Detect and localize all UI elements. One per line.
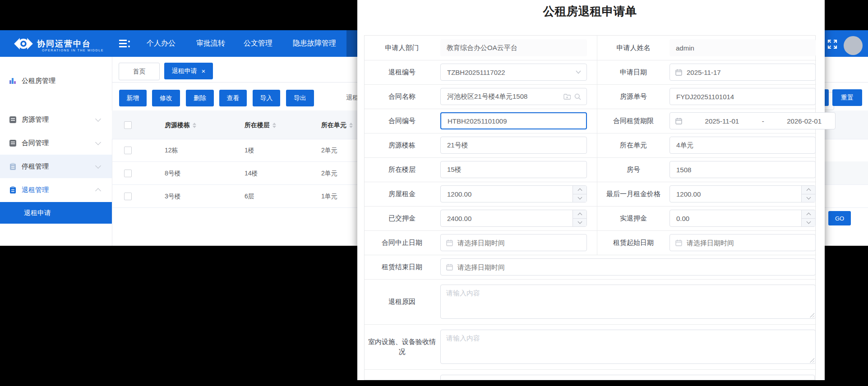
step-up-button[interactable] — [802, 186, 815, 194]
column-header-unit[interactable]: 所在单元 — [321, 121, 353, 129]
tab-termination-apply[interactable]: 退租申请 × — [164, 63, 213, 79]
sort-carets-icon[interactable] — [193, 123, 196, 128]
step-down-button[interactable] — [802, 219, 815, 227]
termination-reason-textarea-box[interactable] — [440, 285, 816, 319]
lease-end-date-input[interactable] — [457, 263, 810, 271]
lease-end-date-picker[interactable] — [440, 258, 816, 276]
floor-input-box[interactable] — [440, 161, 587, 178]
unit-input-box[interactable] — [669, 137, 816, 154]
clipboard-icon — [9, 163, 17, 170]
row-highlight-fragment — [825, 161, 868, 184]
building-input-box[interactable] — [440, 137, 587, 154]
close-icon[interactable]: × — [202, 67, 206, 75]
lease-term-range-picker[interactable]: 2025-11-01 - 2026-02-01 — [669, 112, 836, 129]
contract-stop-date-picker[interactable] — [440, 234, 587, 251]
chevron-down-icon — [95, 139, 101, 145]
housing-no-input-box[interactable] — [669, 88, 816, 105]
number-stepper[interactable] — [573, 186, 586, 202]
last-month-rent-input-box[interactable] — [669, 185, 816, 202]
chevron-down-icon — [576, 70, 581, 74]
clipped-next-row — [440, 375, 816, 380]
deposit-paid-input[interactable] — [446, 214, 568, 223]
rent-number-input-box[interactable] — [440, 185, 587, 202]
step-up-button[interactable] — [573, 210, 586, 219]
termination-no-select[interactable] — [440, 64, 587, 81]
sidebar-subitem-termination-apply[interactable]: 退租申请 — [0, 202, 112, 224]
nav-item-personal-office[interactable]: 个人办公 — [147, 30, 175, 57]
sidebar-item-public-rental[interactable]: 公租房管理 — [0, 69, 112, 92]
deposit-refund-input[interactable] — [675, 214, 797, 223]
folder-icon[interactable] — [563, 94, 571, 100]
step-up-button[interactable] — [573, 186, 586, 194]
search-icon[interactable] — [574, 93, 581, 100]
column-header-building[interactable]: 房源楼栋 — [165, 121, 196, 129]
facilities-acceptance-textarea[interactable] — [441, 330, 815, 363]
sidebar-item-contract-mgmt[interactable]: 合同管理 — [0, 131, 112, 155]
column-header-floor[interactable]: 所在楼层 — [245, 121, 276, 129]
sidebar: 公租房管理 房源管理 合同管理 停租管理 退租 — [0, 57, 112, 246]
contract-no-input[interactable] — [447, 117, 581, 125]
sidebar-item-termination-mgmt[interactable]: 退租管理 — [0, 178, 112, 202]
lease-start-date[interactable]: 2025-11-01 — [705, 117, 739, 125]
tab-home[interactable]: 首页 — [119, 63, 160, 80]
deposit-refund-input-box[interactable] — [669, 210, 816, 227]
row-checkbox[interactable] — [124, 147, 132, 154]
row-checkbox[interactable] — [124, 193, 132, 200]
apply-date-picker[interactable] — [669, 64, 816, 81]
last-month-rent-input[interactable] — [675, 190, 797, 198]
sidebar-item-stop-rent-mgmt[interactable]: 停租管理 — [0, 155, 112, 178]
export-button[interactable]: 导出 — [286, 90, 314, 106]
add-button[interactable]: 新增 — [119, 90, 147, 106]
number-stepper[interactable] — [573, 210, 586, 226]
nav-label: 公文管理 — [244, 39, 272, 48]
select-all-checkbox[interactable] — [124, 121, 132, 129]
apply-date-input[interactable] — [686, 68, 810, 77]
field-label-apply-date: 申请日期 — [597, 60, 670, 84]
view-button[interactable]: 查看 — [219, 90, 247, 106]
lease-start-date-input[interactable] — [686, 239, 810, 247]
edit-button[interactable]: 修改 — [152, 90, 180, 106]
floor-input[interactable] — [446, 165, 581, 174]
field-label-applicant-name: 申请人姓名 — [597, 36, 670, 60]
step-down-button[interactable] — [573, 219, 586, 227]
deposit-paid-input-box[interactable] — [440, 210, 587, 227]
contract-name-input[interactable] — [446, 92, 560, 101]
step-up-button[interactable] — [802, 210, 815, 219]
nav-item-official-docs[interactable]: 公文管理 — [244, 30, 272, 57]
facilities-acceptance-textarea-box[interactable] — [440, 330, 816, 364]
import-button[interactable]: 导入 — [253, 90, 280, 106]
sort-carets-icon[interactable] — [349, 123, 353, 128]
row-checkbox[interactable] — [124, 170, 132, 177]
rent-input[interactable] — [446, 190, 568, 198]
nav-item-hazard-fault[interactable]: 隐患故障管理 — [293, 30, 336, 57]
room-no-input-box[interactable] — [669, 161, 816, 178]
contract-name-input-box[interactable] — [440, 88, 587, 105]
building-input[interactable] — [446, 141, 581, 150]
sidebar-item-housing-mgmt[interactable]: 房源管理 — [0, 108, 112, 131]
unit-input[interactable] — [675, 141, 810, 150]
calendar-icon — [675, 69, 682, 76]
reset-button[interactable]: 重置 — [832, 89, 862, 106]
contract-no-input-box[interactable] — [440, 112, 587, 129]
document-icon — [9, 139, 17, 147]
number-stepper[interactable] — [801, 210, 815, 226]
contract-stop-date-input[interactable] — [457, 239, 581, 247]
sort-carets-icon[interactable] — [272, 123, 276, 128]
housing-no-input[interactable] — [675, 92, 810, 101]
nav-item-approval-flow[interactable]: 审批流转 — [196, 30, 225, 57]
step-down-button[interactable] — [802, 194, 815, 202]
fullscreen-icon[interactable] — [827, 39, 838, 50]
field-label-lease-start-date: 租赁起始日期 — [597, 230, 670, 255]
step-down-button[interactable] — [573, 194, 586, 202]
lease-end-date[interactable]: 2026-02-01 — [787, 117, 822, 125]
number-stepper[interactable] — [801, 186, 815, 202]
room-no-input[interactable] — [675, 165, 810, 174]
column-header-label: 所在楼层 — [245, 121, 270, 129]
delete-button[interactable]: 删除 — [186, 90, 214, 106]
termination-no-input[interactable] — [446, 68, 572, 77]
termination-reason-textarea[interactable] — [441, 285, 815, 318]
pagination-go-button[interactable]: GO — [828, 211, 851, 225]
menu-collapse-icon[interactable] — [119, 40, 130, 48]
lease-start-date-picker[interactable] — [669, 234, 816, 251]
avatar[interactable] — [844, 36, 863, 55]
